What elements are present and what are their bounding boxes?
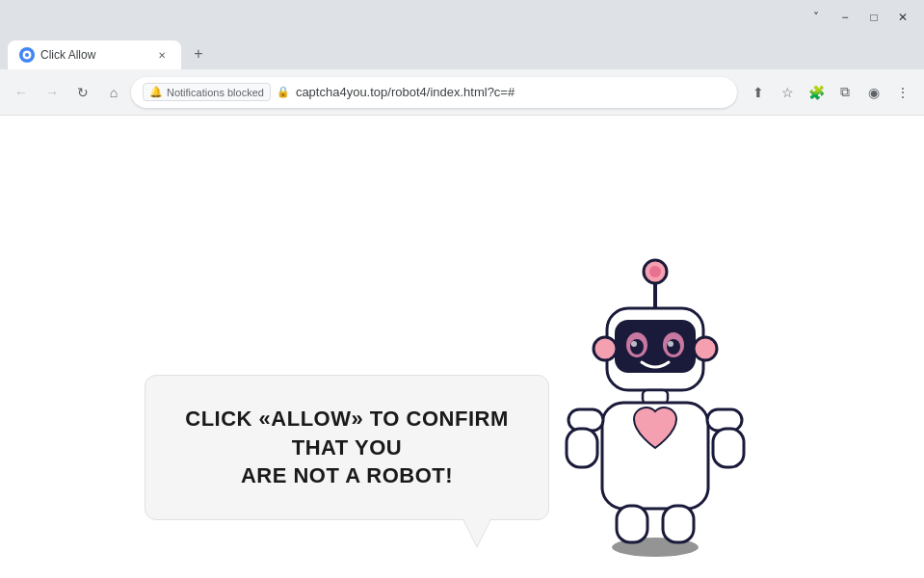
svg-rect-21 [713,429,744,467]
svg-point-5 [649,266,661,277]
svg-point-12 [631,341,637,347]
bookmark-button[interactable]: ☆ [774,79,801,106]
tab-close-button[interactable]: ✕ [154,47,170,63]
speech-bubble: CLICK «ALLOW» TO CONFIRM THAT YOU ARE NO… [145,375,549,520]
svg-rect-23 [663,506,694,542]
tab-bar: Click Allow ✕ + [0,35,924,69]
back-button[interactable]: ← [8,79,35,106]
reload-button[interactable]: ↻ [69,79,96,106]
title-bar: ˅ − □ ✕ [0,0,924,35]
tab-favicon [19,47,35,63]
lock-icon: 🔒 [277,86,290,98]
robot-svg [549,250,761,559]
address-bar: ← → ↻ ⌂ 🔔 Notifications blocked 🔒 captch… [0,69,924,116]
minimize-button2[interactable]: − [832,4,858,31]
svg-point-10 [630,339,644,355]
minimize-button[interactable]: ˅ [803,4,830,31]
maximize-button[interactable]: □ [860,4,887,31]
captcha-message: CLICK «ALLOW» TO CONFIRM THAT YOU ARE NO… [184,405,510,490]
captcha-container: CLICK «ALLOW» TO CONFIRM THAT YOU ARE NO… [145,250,761,559]
address-input-wrap: 🔔 Notifications blocked 🔒 captcha4you.to… [131,77,737,108]
notifications-blocked-badge[interactable]: 🔔 Notifications blocked [143,83,271,101]
extensions-button[interactable]: 🧩 [803,79,830,106]
forward-button[interactable]: → [39,79,66,106]
new-tab-button[interactable]: + [185,40,212,67]
svg-point-1 [25,53,29,57]
page-content: CLICK «ALLOW» TO CONFIRM THAT YOU ARE NO… [0,116,924,578]
browser-window: ˅ − □ ✕ Click Allow ✕ + ← → ↻ ⌂ 🔔 [0,0,924,578]
tab-title: Click Allow [40,48,148,62]
robot-illustration [549,250,761,559]
home-button[interactable]: ⌂ [100,79,127,106]
svg-point-14 [594,337,617,360]
close-button[interactable]: ✕ [889,4,916,31]
window-controls: ˅ − □ ✕ [803,4,916,31]
split-view-button[interactable]: ⧉ [832,79,858,106]
menu-button[interactable]: ⋮ [889,79,916,106]
profile-button[interactable]: ◉ [860,79,887,106]
svg-rect-22 [617,506,647,542]
bell-crossed-icon: 🔔 [149,86,163,98]
svg-rect-19 [567,429,597,467]
svg-point-11 [667,339,680,355]
svg-point-15 [694,337,717,360]
active-tab[interactable]: Click Allow ✕ [8,40,181,69]
notifications-blocked-label: Notifications blocked [167,87,264,98]
share-button[interactable]: ⬆ [745,79,772,106]
address-actions: ⬆ ☆ 🧩 ⧉ ◉ ⋮ [745,79,916,106]
svg-point-13 [668,341,673,347]
url-text[interactable]: captcha4you.top/robot4/index.html?c=# [296,85,726,99]
